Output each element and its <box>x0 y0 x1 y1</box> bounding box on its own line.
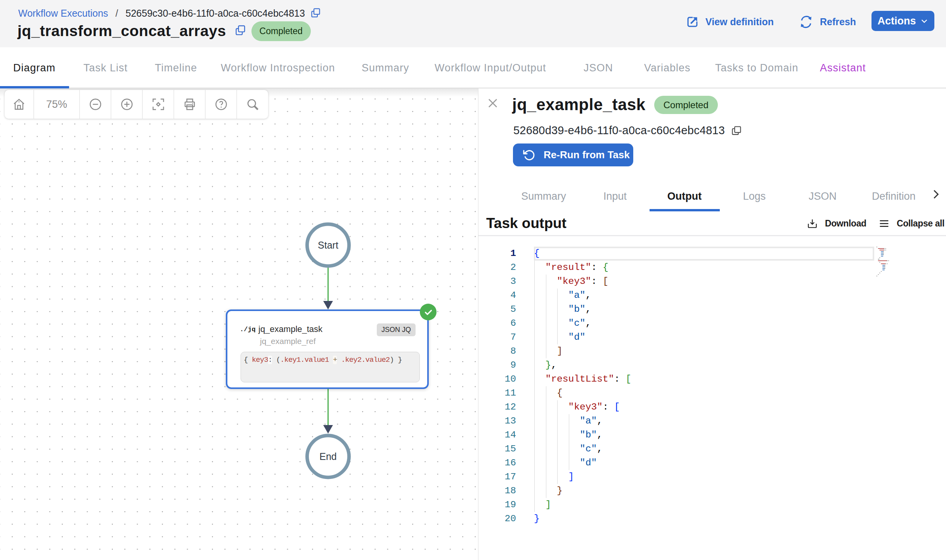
svg-text:Start: Start <box>318 240 338 251</box>
svg-text:End: End <box>319 451 336 462</box>
